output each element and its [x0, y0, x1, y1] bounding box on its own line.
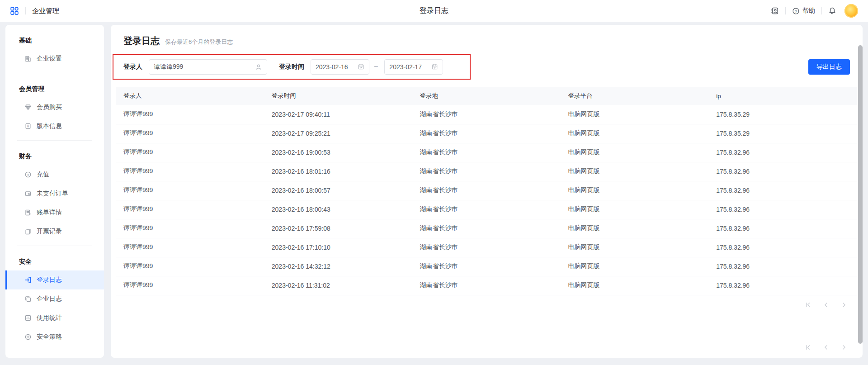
page-next-icon[interactable] [841, 344, 847, 351]
table-cell: 谭谭谭999 [116, 200, 264, 219]
sidebar-item-label: 安全策略 [37, 333, 62, 341]
table-cell: 电脑网页版 [561, 105, 709, 124]
sidebar-item-label: 会员购买 [37, 103, 62, 111]
contacts-icon[interactable] [771, 7, 779, 15]
table-cell: 175.8.32.96 [709, 276, 857, 295]
table-cell: 175.8.32.96 [709, 238, 857, 257]
table-cell: 2023-02-17 09:25:21 [264, 124, 413, 143]
table-cell: 电脑网页版 [561, 276, 709, 295]
table-cell: 2023-02-16 14:32:12 [264, 257, 413, 276]
calendar-icon [358, 63, 364, 70]
sidebar-item-版本信息[interactable]: ¥版本信息 [5, 117, 104, 136]
version-doc-icon: ¥ [24, 123, 32, 130]
enterprise-log-icon [24, 295, 32, 303]
sidebar-item-充值[interactable]: ¥充值 [5, 165, 104, 184]
page-prev-icon[interactable] [823, 302, 829, 308]
table-cell: 2023-02-16 17:59:08 [264, 219, 413, 238]
page-first-icon[interactable] [805, 302, 811, 308]
svg-text:?: ? [795, 9, 797, 13]
sidebar-item-label: 未支付订单 [37, 190, 68, 198]
header-page-title: 登录日志 [420, 6, 448, 16]
table-cell: 2023-02-16 18:01:16 [264, 162, 413, 181]
table-cell: 电脑网页版 [561, 238, 709, 257]
table-cell: 电脑网页版 [561, 219, 709, 238]
sidebar-item-企业日志[interactable]: 企业日志 [5, 289, 104, 308]
help-icon: ? [792, 7, 800, 15]
topbar-divider [25, 7, 26, 14]
table-cell: 湖南省长沙市 [413, 181, 561, 200]
sidebar-item-使用统计[interactable]: 使用统计 [5, 308, 104, 327]
sidebar-nav: 基础企业设置会员管理会员购买¥版本信息财务¥充值未支付订单账单详情开票记录安全登… [5, 25, 104, 358]
filter-bar: 登录人 谭谭谭999 登录时间 2023-02-16 ~ 2023-02-17 … [123, 54, 850, 80]
table-cell: 湖南省长沙市 [413, 219, 561, 238]
table-row: 谭谭谭9992023-02-16 18:00:57湖南省长沙市电脑网页版175.… [116, 181, 857, 200]
login-log-icon [24, 276, 32, 284]
table-cell: 湖南省长沙市 [413, 124, 561, 143]
table-cell: 175.8.32.96 [709, 219, 857, 238]
sidebar-item-登录日志[interactable]: 登录日志 [5, 270, 104, 289]
date-start-value: 2023-02-16 [316, 63, 348, 71]
table-cell: 2023-02-16 18:00:43 [264, 200, 413, 219]
table-cell: 175.8.32.96 [709, 181, 857, 200]
main-panel: 登录日志 保存最近6个月的登录日志 登录人 谭谭谭999 登录时间 2023-0… [111, 25, 863, 358]
date-end-value: 2023-02-17 [389, 63, 422, 71]
table-cell: 2023-02-16 18:00:57 [264, 181, 413, 200]
sidebar-section-title: 财务 [5, 145, 104, 165]
sidebar-divider [17, 246, 92, 246]
table-cell: 2023-02-16 17:10:10 [264, 238, 413, 257]
table-cell: 175.8.32.96 [709, 162, 857, 181]
table-row: 谭谭谭9992023-02-16 17:10:10湖南省长沙市电脑网页版175.… [116, 238, 857, 257]
apps-grid-icon[interactable] [10, 6, 19, 15]
table-row: 谭谭谭9992023-02-16 17:59:08湖南省长沙市电脑网页版175.… [116, 219, 857, 238]
column-header: 登录地 [413, 87, 561, 105]
sidebar-item-未支付订单[interactable]: 未支付订单 [5, 184, 104, 203]
sidebar-item-企业设置[interactable]: 企业设置 [5, 49, 104, 68]
svg-text:¥: ¥ [27, 125, 29, 128]
login-log-table: 登录人登录时间登录地登录平台ip 谭谭谭9992023-02-17 09:40:… [116, 87, 857, 295]
user-avatar[interactable] [844, 4, 858, 18]
security-policy-icon [24, 333, 32, 341]
user-search-input[interactable]: 谭谭谭999 [149, 59, 267, 75]
topbar-divider [821, 7, 822, 14]
bill-detail-icon [24, 209, 32, 216]
page-next-icon[interactable] [841, 302, 847, 308]
date-end-input[interactable]: 2023-02-17 [384, 59, 443, 75]
topbar-right: ? 帮助 [771, 4, 858, 18]
page-first-icon[interactable] [805, 344, 811, 351]
table-row: 谭谭谭9992023-02-16 18:00:43湖南省长沙市电脑网页版175.… [116, 200, 857, 219]
user-filter-label: 登录人 [123, 63, 142, 71]
table-cell: 谭谭谭999 [116, 143, 264, 162]
help-button[interactable]: ? 帮助 [792, 7, 815, 15]
table-body: 谭谭谭9992023-02-17 09:40:11湖南省长沙市电脑网页版175.… [116, 105, 857, 295]
table-cell: 电脑网页版 [561, 162, 709, 181]
export-logs-button[interactable]: 导出日志 [808, 59, 850, 75]
sidebar-section-title: 安全 [5, 251, 104, 270]
table-cell: 2023-02-17 09:40:11 [264, 105, 413, 124]
sidebar-section-title: 基础 [5, 29, 104, 49]
sidebar-item-label: 账单详情 [37, 209, 62, 217]
page-prev-icon[interactable] [823, 344, 829, 351]
calendar-icon [431, 63, 438, 70]
top-header: 企业管理 登录日志 ? 帮助 [0, 0, 868, 22]
column-header: 登录时间 [264, 87, 413, 105]
date-start-input[interactable]: 2023-02-16 [311, 59, 369, 75]
notification-bell-icon[interactable] [828, 7, 836, 15]
app-title: 企业管理 [32, 7, 59, 15]
sidebar-item-会员购买[interactable]: 会员购买 [5, 98, 104, 117]
column-header: 登录人 [116, 87, 264, 105]
person-icon [255, 63, 262, 71]
scrollbar-thumb[interactable] [858, 45, 863, 344]
table-cell: 175.8.32.96 [709, 143, 857, 162]
sidebar-item-label: 版本信息 [37, 122, 62, 130]
table-cell: 2023-02-16 19:00:53 [264, 143, 413, 162]
table-row: 谭谭谭9992023-02-16 11:31:02湖南省长沙市电脑网页版175.… [116, 276, 857, 295]
recharge-yuan-icon: ¥ [24, 171, 32, 178]
table-cell: 湖南省长沙市 [413, 105, 561, 124]
table-cell: 湖南省长沙市 [413, 276, 561, 295]
sidebar-item-开票记录[interactable]: 开票记录 [5, 222, 104, 241]
pagination-bottom [123, 344, 850, 351]
table-cell: 谭谭谭999 [116, 219, 264, 238]
table-row: 谭谭谭9992023-02-16 19:00:53湖南省长沙市电脑网页版175.… [116, 143, 857, 162]
sidebar-item-账单详情[interactable]: 账单详情 [5, 203, 104, 222]
sidebar-item-安全策略[interactable]: 安全策略 [5, 327, 104, 346]
